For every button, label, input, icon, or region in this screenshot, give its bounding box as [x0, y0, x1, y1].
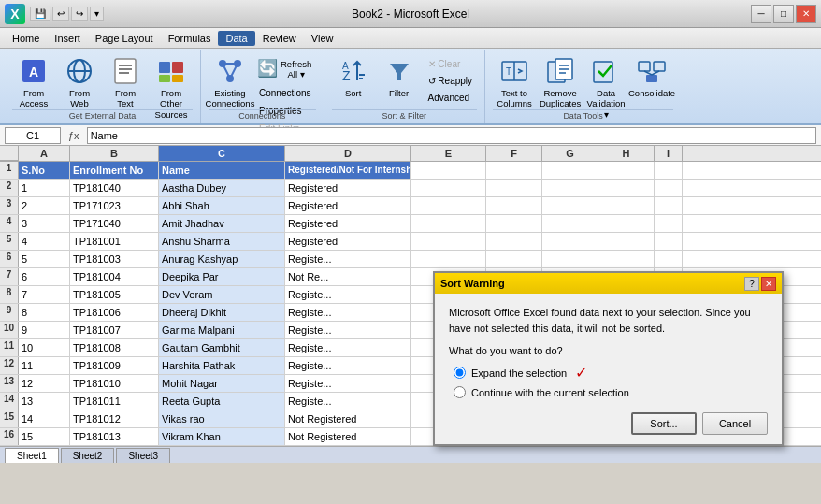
col-header-i[interactable]: I — [655, 146, 683, 161]
header-enrollment[interactable]: Enrollment No — [70, 162, 159, 179]
formula-input[interactable] — [87, 127, 816, 144]
expand-selection-radio[interactable] — [454, 367, 466, 379]
col-header-b[interactable]: B — [70, 146, 159, 161]
dialog-title: Sort Warning — [440, 278, 505, 289]
remove-duplicates-icon — [545, 56, 575, 86]
text-to-columns-button[interactable]: T Text toColumns — [493, 53, 536, 112]
existing-connections-button[interactable]: ExistingConnections — [209, 53, 252, 112]
dialog-title-buttons[interactable]: ? ✕ — [744, 277, 776, 291]
svg-rect-10 — [172, 62, 183, 73]
from-web-button[interactable]: FromWeb — [58, 53, 101, 112]
existing-connections-icon — [215, 56, 245, 86]
col-header-h[interactable]: H — [598, 146, 655, 161]
sheet-tab-3[interactable]: Sheet3 — [116, 448, 170, 463]
data-validation-icon — [591, 56, 621, 86]
sheet-tab-2[interactable]: Sheet2 — [61, 448, 115, 463]
window-title: Book2 - Microsoft Excel — [352, 7, 469, 21]
clear-label: ✕ Clear — [428, 59, 461, 69]
menu-review[interactable]: Review — [255, 31, 304, 46]
sheet-tabs: Sheet1 Sheet2 Sheet3 — [0, 446, 821, 463]
svg-line-17 — [223, 64, 230, 79]
filter-icon — [384, 56, 414, 86]
title-bar: X 💾 ↩ ↪ ▾ Book2 - Microsoft Excel ─ □ ✕ — [0, 0, 821, 28]
sort-label: Sort — [345, 88, 361, 98]
table-row: 4 3 TP171040 Amit Jhadhav Registered — [0, 215, 821, 233]
dialog-close-button[interactable]: ✕ — [761, 277, 776, 291]
cell-1i[interactable] — [655, 162, 683, 179]
sort-cancel-button[interactable]: Cancel — [702, 412, 768, 435]
header-sno[interactable]: S.No — [19, 162, 70, 179]
advanced-button[interactable]: Advanced — [424, 90, 477, 106]
col-header-a[interactable]: A — [19, 146, 70, 161]
clear-button[interactable]: ✕ Clear — [424, 56, 477, 72]
maximize-button[interactable]: □ — [773, 5, 794, 23]
current-selection-radio[interactable] — [454, 386, 466, 398]
reapply-button[interactable]: ↺ Reapply — [424, 73, 477, 89]
filter-button[interactable]: Filter — [378, 53, 421, 101]
col-header-g[interactable]: G — [542, 146, 598, 161]
sort-button[interactable]: AZ Sort — [332, 53, 375, 101]
menu-formulas[interactable]: Formulas — [161, 31, 219, 46]
cell-1h[interactable] — [598, 162, 655, 179]
col-header-d[interactable]: D — [285, 146, 411, 161]
svg-rect-35 — [654, 62, 665, 71]
ribbon-group-connections: ExistingConnections 🔄 RefreshAll ▾ Conne… — [201, 50, 324, 123]
table-row: 2 1 TP181040 Aastha Dubey Registered — [0, 180, 821, 197]
menu-data[interactable]: Data — [218, 31, 254, 46]
from-text-button[interactable]: FromText — [104, 53, 147, 112]
close-button[interactable]: ✕ — [796, 5, 816, 23]
svg-rect-36 — [646, 75, 657, 82]
cell-1g[interactable] — [542, 162, 598, 179]
dialog-titlebar: Sort Warning ? ✕ — [435, 273, 782, 294]
connections-button[interactable]: Connections — [254, 85, 316, 101]
cell-1f[interactable] — [486, 162, 542, 179]
ribbon-group-sort-filter: AZ Sort Filter ✕ Clear ↺ Reapply Advance… — [324, 50, 485, 123]
sheet-tab-1[interactable]: Sheet1 — [5, 448, 59, 463]
from-access-button[interactable]: A FromAccess — [12, 53, 55, 112]
cell-reference[interactable] — [5, 127, 61, 144]
refresh-label: RefreshAll ▾ — [281, 59, 311, 80]
svg-text:Z: Z — [342, 68, 351, 83]
header-registered[interactable]: Registered/Not For Internship — [285, 162, 411, 179]
col-header-c[interactable]: C — [159, 146, 285, 161]
dialog-help-button[interactable]: ? — [744, 277, 759, 291]
dialog-message: Microsoft Office Excel found data next t… — [449, 305, 768, 336]
window-controls[interactable]: ─ □ ✕ — [751, 5, 816, 23]
svg-rect-12 — [172, 75, 183, 82]
connections-label: Connections — [259, 88, 311, 98]
menu-home[interactable]: Home — [5, 31, 47, 46]
svg-line-18 — [230, 64, 238, 79]
svg-text:T: T — [506, 66, 511, 77]
formula-bar: ƒx — [0, 125, 821, 146]
refresh-all-button[interactable]: 🔄 RefreshAll ▾ — [254, 53, 303, 83]
minimize-button[interactable]: ─ — [751, 5, 771, 23]
column-headers: A B C D E F G H I — [0, 146, 821, 162]
cell-1e[interactable] — [411, 162, 486, 179]
menu-page-layout[interactable]: Page Layout — [88, 31, 161, 46]
from-text-label: FromText — [115, 88, 136, 109]
row-num-1: 1 — [0, 162, 19, 179]
col-header-e[interactable]: E — [411, 146, 486, 161]
menu-insert[interactable]: Insert — [47, 31, 88, 46]
header-name[interactable]: Name — [159, 162, 285, 179]
ribbon-group-data-tools: T Text toColumns RemoveDuplicates — [485, 50, 681, 123]
menu-view[interactable]: View — [304, 31, 341, 46]
dialog-question: What do you want to do? — [449, 345, 768, 356]
filter-label: Filter — [389, 88, 409, 98]
quick-access[interactable]: 💾 ↩ ↪ ▾ — [30, 7, 104, 21]
col-header-f[interactable]: F — [486, 146, 542, 161]
app-icon: X — [5, 4, 25, 24]
sort-confirm-button[interactable]: Sort... — [631, 412, 697, 435]
text-to-columns-label: Text toColumns — [497, 88, 532, 109]
consolidate-button[interactable]: Consolidate — [630, 53, 673, 101]
consolidate-icon — [637, 56, 667, 86]
svg-marker-24 — [390, 64, 409, 80]
table-row: 6 5 TP181003 Anurag Kashyap Registe... — [0, 251, 821, 268]
from-other-icon — [156, 56, 186, 86]
from-access-icon: A — [19, 56, 49, 86]
ribbon-group-external-data: A FromAccess FromWeb From — [5, 50, 201, 123]
checkmark-icon: ✓ — [575, 364, 587, 382]
svg-rect-34 — [639, 62, 650, 71]
remove-duplicates-button[interactable]: RemoveDuplicates — [539, 53, 582, 112]
svg-rect-5 — [115, 59, 136, 83]
